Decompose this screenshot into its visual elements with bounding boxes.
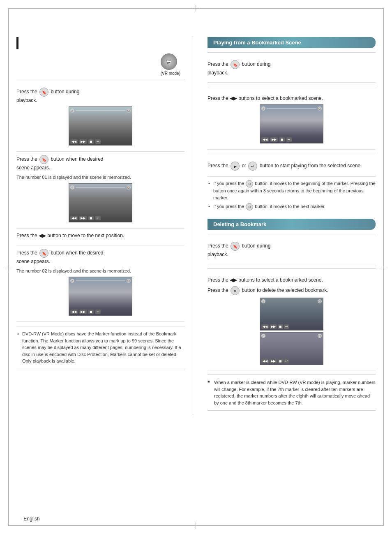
page-footer: - English xyxy=(21,516,40,522)
screen-btn-5: ◀◀ xyxy=(70,216,78,220)
screen-btn-r4: ↩ xyxy=(286,137,292,142)
screen-del2-btn-1: ◀◀ xyxy=(261,359,269,363)
right-del-step-1-text: Press the 🔖 button during playback. xyxy=(208,242,376,258)
section2-header: Deleting a Bookmark xyxy=(208,219,376,230)
screen-del-btn-4: ↩ xyxy=(284,324,289,329)
del-step3-button: button to delete the selected bookmark. xyxy=(242,287,328,293)
step2-pre: Press the xyxy=(16,156,37,162)
step4-subtext: The number 02 is displayed and the scene… xyxy=(16,268,184,275)
screen-birds-1: ⌂ ◻ ◀◀ ▶▶ ◼ ↩ xyxy=(69,106,132,146)
screen-btn-7: ◼ xyxy=(88,216,94,220)
screen-butterfly-right: ⌂ ◻ ◀◀ ▶▶ ◼ ↩ xyxy=(260,104,323,143)
right-section-1: Playing from a Bookmarked Scene Press th… xyxy=(208,37,376,210)
r-step1-button: button during xyxy=(242,61,270,67)
right-del-note-1: When a marker is cleared while DVD-RW (V… xyxy=(208,379,376,406)
divider-r7 xyxy=(208,410,376,411)
divider-r4 xyxy=(208,234,376,234)
right-del-step-2-3: Press the ◀▶ buttons to select a bookmar… xyxy=(208,273,376,370)
right-section2-notes: When a marker is cleared while DVD-RW (V… xyxy=(208,379,376,406)
section1-header: Playing from a Bookmarked Scene xyxy=(208,37,376,48)
right-step-2: Press the ◀▶ buttons to select a bookmar… xyxy=(208,91,376,150)
screen-btn-3: ◼ xyxy=(88,139,94,144)
right-del-step2-text: Press the ◀▶ buttons to select a bookmar… xyxy=(208,276,376,284)
right-note-1: If you press the ⊖ If you press the ⊖ bu… xyxy=(208,180,376,201)
screen-del-icon-2: ◻ xyxy=(318,299,322,303)
screen-del2-icon-2: ◻ xyxy=(318,334,322,338)
left-column: DVDRW (VR mode) Press the 🔖 button durin… xyxy=(16,37,193,415)
screen-del-btn-1: ◀◀ xyxy=(261,324,269,329)
left-step-1-text: Press the 🔖 button during playback. xyxy=(16,88,184,104)
screen-btn-r3: ◼ xyxy=(279,137,285,142)
r-step3-pre: Press the xyxy=(208,163,228,169)
screen-btn-12: ↩ xyxy=(95,310,101,314)
bookmark-icon-3: 🔖 xyxy=(39,249,48,258)
del-step3-pre: Press the xyxy=(208,287,228,293)
screen-icon-corner: ◻ xyxy=(127,109,131,113)
crosshair-left xyxy=(5,264,12,270)
screen-icon-home-2: ⌂ xyxy=(70,185,74,190)
right-step-3-text: Press the ▶ or ↵ button to start playing… xyxy=(208,162,376,171)
del-step1-text2: playback. xyxy=(208,252,228,257)
left-step-3: Press the ◀▶ button to move to the next … xyxy=(16,229,184,245)
bookmark-icon-2: 🔖 xyxy=(39,155,48,164)
step1-button-label: button during xyxy=(51,89,79,95)
divider-r6 xyxy=(208,374,376,375)
right-step-1-text: Press the 🔖 button during playback. xyxy=(208,60,376,76)
screen-icon-corner-3: ◻ xyxy=(127,279,131,283)
crosshair-bottom xyxy=(193,522,199,529)
screen-icon-home-3: ⌂ xyxy=(70,279,74,283)
crosshair-right xyxy=(380,264,387,270)
screen-del-btn-3: ◼ xyxy=(278,324,283,329)
screen-butterfly-1: ⌂ ◻ ◀◀ ▶▶ ◼ ↩ xyxy=(69,277,132,316)
step1-pre: Press the xyxy=(16,89,37,95)
divider-1 xyxy=(16,80,184,80)
screen-del-btn-2: ▶▶ xyxy=(270,324,277,329)
screen-btn-9: ◀◀ xyxy=(70,310,78,314)
screen-del2-icon-1: ⌂ xyxy=(261,334,265,338)
screen-icon-corner-2: ◻ xyxy=(127,185,131,190)
page: DVDRW (VR mode) Press the 🔖 button durin… xyxy=(0,0,392,534)
left-step-2-text: Press the 🔖 button when the desired scen… xyxy=(16,155,184,171)
screen-btn-11: ◼ xyxy=(88,310,94,314)
screen-icon-home-r: ⌂ xyxy=(261,106,265,111)
step4-pre: Press the xyxy=(16,250,37,256)
del-clear-icon: ✕ xyxy=(231,286,240,295)
divider-r1 xyxy=(208,52,376,53)
next-marker-icon: ⊖ xyxy=(246,203,253,210)
screen-btn-2: ▶▶ xyxy=(79,139,87,144)
screen-del-1: ⌂ ◻ ◀◀ ▶▶ ◼ ↩ xyxy=(260,298,323,331)
screen-btn-4: ↩ xyxy=(95,139,101,144)
right-column: Playing from a Bookmarked Scene Press th… xyxy=(205,37,376,415)
right-step-3: Press the ▶ or ↵ button to start playing… xyxy=(208,158,376,177)
left-step-4: Press the 🔖 button when the desired scen… xyxy=(16,245,184,322)
left-step-4-text: Press the 🔖 button when the desired scen… xyxy=(16,249,184,265)
r-step1-pre: Press the xyxy=(208,61,228,67)
dvdrw-label: (VR mode) xyxy=(161,71,180,76)
screen-del-2: ⌂ ◻ ◀◀ ▶▶ ◼ ↩ xyxy=(260,332,323,365)
screen-birds-2: ⌂ ◻ ◀◀ ▶▶ ◼ ↩ xyxy=(69,183,132,222)
bookmark-icon: 🔖 xyxy=(39,88,48,97)
screen-del2-btn-4: ↩ xyxy=(284,359,289,363)
left-step-1: Press the 🔖 button during playback. ⌂ ◻ … xyxy=(16,84,184,152)
right-step-2-text: Press the ◀▶ buttons to select a bookmar… xyxy=(208,95,376,102)
screen-btn-10: ▶▶ xyxy=(79,310,87,314)
divider-r3 xyxy=(208,154,376,154)
screen-btn-r2: ▶▶ xyxy=(270,137,278,142)
r-step1-text2: playback. xyxy=(208,70,228,76)
divider-r5 xyxy=(208,268,376,269)
right-del-step3-text: Press the ✕ button to delete the selecte… xyxy=(208,286,376,295)
right-section-2: Deleting a Bookmark Press the 🔖 button d… xyxy=(208,219,376,411)
right-note-2: If you press the ⊖ button, it moves to t… xyxy=(208,203,376,210)
dvdrw-disc-icon: DVDRW xyxy=(161,53,177,70)
step2-button-label: button when the desired xyxy=(51,156,103,162)
step4-text2: scene appears. xyxy=(16,259,50,264)
r-bookmark-icon-1: 🔖 xyxy=(231,60,240,69)
left-notes: DVD-RW (VR Mode) discs have the Marker f… xyxy=(16,331,184,365)
screen-btn-r1: ◀◀ xyxy=(261,137,269,142)
divider-r2 xyxy=(208,87,376,87)
del-step1-button: button during xyxy=(242,243,270,249)
left-step-3-text: Press the ◀▶ button to move to the next … xyxy=(16,232,184,239)
step2-subtext: The number 01 is displayed and the scene… xyxy=(16,174,184,181)
screen-icon-corner-r: ◻ xyxy=(318,106,322,111)
screen-btn-8: ↩ xyxy=(95,216,101,220)
